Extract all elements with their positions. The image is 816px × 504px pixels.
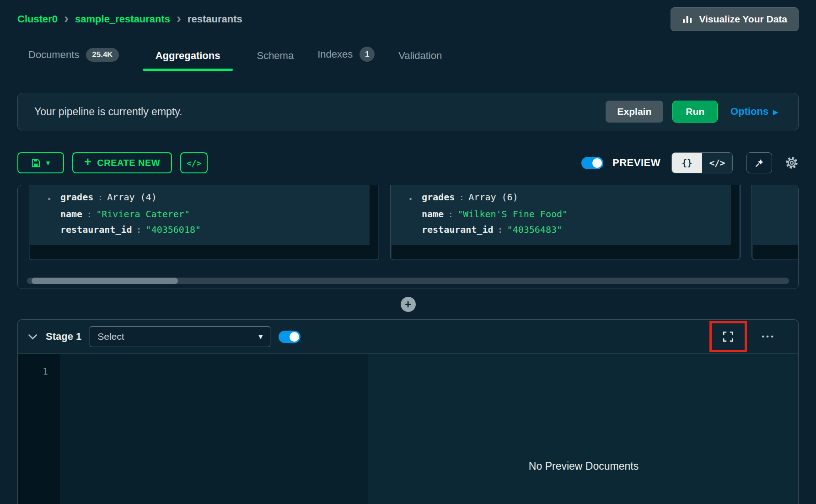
create-new-button[interactable]: + CREATE NEW: [72, 152, 172, 173]
caret-right-icon: ▶: [773, 108, 778, 116]
no-preview-message: No Preview Documents: [369, 460, 798, 472]
field-value: "40356018": [146, 222, 201, 237]
tab-label: Validation: [398, 50, 442, 62]
output-view-segmented-control: {} </>: [671, 152, 733, 173]
collapse-stage-button[interactable]: [28, 334, 38, 340]
preview-document-card-clipped[interactable]: [752, 185, 799, 260]
options-label: Options: [730, 106, 768, 118]
field-key: grades: [60, 189, 93, 206]
chevron-down-icon: ▾: [46, 158, 50, 168]
stage-operator-value: Select: [97, 331, 124, 342]
tab-label: Documents: [28, 49, 79, 61]
pipeline-actions: Explain Run Options ▶: [606, 101, 782, 123]
expand-caret-icon[interactable]: ▸: [48, 189, 60, 206]
breadcrumb-cluster[interactable]: Cluster0: [17, 13, 58, 25]
document-fields: ▸ grades : Array (6) name : "Wilken'S Fi…: [391, 185, 740, 237]
settings-gear-button[interactable]: [785, 156, 799, 170]
field-value: Array (4): [107, 189, 156, 206]
aggregations-toolbar: ▾ + CREATE NEW </> PREVIEW {} </>: [17, 152, 799, 173]
tab-documents[interactable]: Documents 25.4K: [28, 48, 119, 71]
document-field-name: name : "Wilken'S Fine Food": [409, 206, 740, 222]
document-fields: ▸ grades : Array (4) name : "Riviera Cat…: [29, 185, 379, 237]
add-stage-row: +: [17, 289, 799, 319]
document-vertical-scrollbar[interactable]: [731, 185, 739, 245]
field-key: name: [60, 206, 82, 222]
field-colon: :: [455, 189, 468, 206]
document-field-restaurant-id: restaurant_id : "40356483": [409, 222, 740, 237]
tab-aggregations[interactable]: Aggregations: [143, 50, 233, 71]
preview-documents-row: ▸ grades : Array (4) name : "Riviera Cat…: [18, 185, 798, 260]
collection-tabs: Documents 25.4K Aggregations Schema Inde…: [17, 47, 799, 71]
preview-document-card[interactable]: ▸ grades : Array (6) name : "Wilken'S Fi…: [390, 185, 741, 260]
tab-label: Indexes: [317, 48, 353, 60]
breadcrumb-database[interactable]: sample_restaurants: [75, 13, 170, 25]
text-view-segment[interactable]: </>: [702, 153, 732, 173]
preview-document-card[interactable]: ▸ grades : Array (4) name : "Riviera Cat…: [29, 185, 379, 260]
explain-button[interactable]: Explain: [606, 101, 664, 123]
toolbar-right-group: PREVIEW {} </>: [581, 152, 799, 173]
fullscreen-button[interactable]: [722, 331, 734, 343]
field-colon: :: [444, 206, 457, 222]
breadcrumb: Cluster0 › sample_restaurants › restaura…: [17, 13, 242, 25]
stage-operator-select[interactable]: Select ▾: [90, 326, 270, 347]
visualize-button-label: Visualize Your Data: [699, 14, 787, 25]
document-card-footer: [30, 245, 378, 259]
tab-indexes[interactable]: Indexes 1: [317, 47, 375, 71]
add-stage-button[interactable]: +: [401, 297, 416, 312]
preview-horizontal-scrollbar-track[interactable]: [27, 278, 789, 284]
preview-horizontal-scrollbar-thumb[interactable]: [32, 278, 178, 284]
field-key: name: [422, 206, 444, 222]
compass-aggregations-page: Cluster0 › sample_restaurants › restaura…: [0, 0, 816, 504]
save-pipeline-button[interactable]: ▾: [17, 152, 64, 173]
stage-label: Stage 1: [46, 331, 81, 343]
pin-icon: [755, 159, 764, 167]
chevron-down-icon: ▾: [258, 332, 263, 342]
run-button[interactable]: Run: [672, 101, 718, 123]
chevron-right-icon: ›: [177, 11, 181, 25]
field-colon: :: [93, 189, 107, 206]
preview-toggle[interactable]: [581, 157, 603, 169]
document-field-grades: ▸ grades : Array (6): [409, 189, 740, 206]
pin-results-button[interactable]: [746, 152, 772, 173]
builder-view-segment[interactable]: {}: [672, 153, 702, 173]
chevron-down-icon: [28, 334, 38, 340]
gear-icon: [785, 156, 799, 170]
tab-label: Aggregations: [156, 50, 220, 62]
field-value: "Wilken'S Fine Food": [457, 206, 568, 222]
field-value: "Riviera Caterer": [96, 206, 190, 222]
expand-caret-icon[interactable]: ▸: [409, 189, 422, 206]
top-bar: Cluster0 › sample_restaurants › restaura…: [17, 7, 799, 31]
tab-label: Schema: [257, 50, 294, 62]
annotation-highlight-red-box: [709, 321, 747, 352]
document-vertical-scrollbar[interactable]: [370, 185, 378, 245]
floppy-disk-icon: [32, 159, 40, 167]
field-key: grades: [422, 189, 455, 206]
stage-code-editor: 1: [18, 354, 369, 504]
document-field-name: name : "Riviera Caterer": [48, 206, 379, 222]
options-button[interactable]: Options ▶: [727, 106, 782, 118]
pipeline-as-text-button[interactable]: </>: [180, 152, 208, 173]
field-key: restaurant_id: [60, 222, 132, 237]
editor-input-area[interactable]: [60, 354, 369, 504]
field-colon: :: [494, 222, 507, 237]
tab-schema[interactable]: Schema: [257, 50, 294, 71]
editor-line-number: 1: [43, 366, 48, 377]
visualize-your-data-button[interactable]: Visualize Your Data: [671, 7, 799, 31]
field-value: "40356483": [507, 222, 562, 237]
caret-spacer: [48, 206, 60, 222]
field-colon: :: [132, 222, 146, 237]
bar-chart-icon: [682, 14, 693, 24]
pipeline-empty-message: Your pipeline is currently empty.: [34, 106, 182, 118]
field-value: Array (6): [468, 189, 518, 206]
stage-1-header: Stage 1 Select ▾ •••: [18, 320, 798, 354]
stage-1-card: Stage 1 Select ▾ ••• 1: [17, 319, 799, 504]
expand-fullscreen-icon: [722, 331, 734, 343]
stage-options-menu-button[interactable]: •••: [762, 332, 775, 341]
editor-gutter: 1: [18, 354, 60, 504]
stage-enabled-toggle[interactable]: [279, 331, 301, 343]
code-icon: </>: [187, 158, 202, 168]
create-new-label: CREATE NEW: [97, 158, 160, 168]
tab-validation[interactable]: Validation: [398, 50, 442, 71]
pipeline-empty-banner: Your pipeline is currently empty. Explai…: [17, 93, 799, 130]
breadcrumb-collection: restaurants: [188, 13, 242, 25]
